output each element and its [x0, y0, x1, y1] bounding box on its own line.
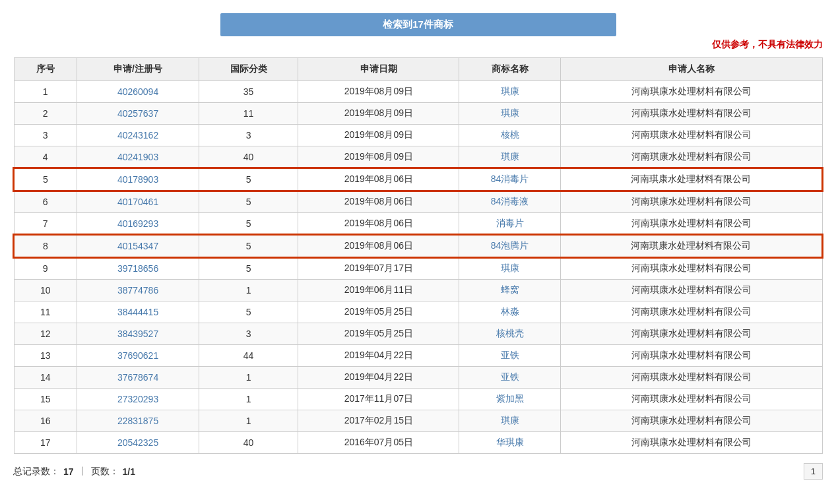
cell-applicant: 河南琪康水处理材料有限公司: [560, 323, 822, 345]
cell-trademark[interactable]: 琪康: [459, 410, 560, 432]
cell-reg-no[interactable]: 27320293: [77, 389, 199, 410]
col-reg-no: 申请/注册号: [77, 58, 199, 81]
total-label: 总记录数：: [13, 466, 59, 478]
cell-apply-date: 2019年05月25日: [298, 301, 459, 323]
cell-reg-no[interactable]: 39718656: [77, 257, 199, 280]
cell-applicant: 河南琪康水处理材料有限公司: [560, 213, 822, 236]
cell-trademark[interactable]: 琪康: [459, 103, 560, 125]
table-row: 143767867412019年04月22日亚铁河南琪康水处理材料有限公司: [14, 367, 822, 389]
cell-apply-date: 2016年07月05日: [298, 432, 459, 454]
cell-index: 8: [14, 235, 77, 257]
cell-applicant: 河南琪康水处理材料有限公司: [560, 235, 822, 257]
cell-apply-date: 2019年05月25日: [298, 323, 459, 345]
cell-reg-no[interactable]: 37678674: [77, 367, 199, 389]
cell-index: 12: [14, 323, 77, 345]
cell-intl-class: 5: [199, 213, 298, 236]
table-row: 440241903402019年08月09日琪康河南琪康水处理材料有限公司: [14, 146, 822, 169]
cell-intl-class: 40: [199, 432, 298, 454]
cell-applicant: 河南琪康水处理材料有限公司: [560, 125, 822, 146]
table-row: 162283187512017年02月15日琪康河南琪康水处理材料有限公司: [14, 410, 822, 432]
cell-applicant: 河南琪康水处理材料有限公司: [560, 389, 822, 410]
cell-index: 13: [14, 345, 77, 367]
cell-intl-class: 1: [199, 280, 298, 301]
cell-applicant: 河南琪康水处理材料有限公司: [560, 257, 822, 280]
cell-reg-no[interactable]: 40178903: [77, 168, 199, 191]
cell-trademark[interactable]: 核桃: [459, 125, 560, 146]
cell-intl-class: 35: [199, 81, 298, 103]
cell-apply-date: 2019年06月11日: [298, 280, 459, 301]
cell-reg-no[interactable]: 38774786: [77, 280, 199, 301]
table-row: 1720542325402016年07月05日华琪康河南琪康水处理材料有限公司: [14, 432, 822, 454]
col-intl-class: 国际分类: [199, 58, 298, 81]
cell-intl-class: 5: [199, 168, 298, 191]
cell-trademark[interactable]: 华琪康: [459, 432, 560, 454]
footer-sep: 丨: [78, 466, 87, 478]
pages-value: 1/1: [123, 466, 135, 477]
cell-index: 10: [14, 280, 77, 301]
cell-apply-date: 2019年08月09日: [298, 125, 459, 146]
table-row: 74016929352019年08月06日消毒片河南琪康水处理材料有限公司: [14, 213, 822, 236]
pagination[interactable]: 1: [804, 463, 823, 480]
col-trademark: 商标名称: [459, 58, 560, 81]
cell-applicant: 河南琪康水处理材料有限公司: [560, 432, 822, 454]
cell-trademark[interactable]: 蜂窝: [459, 280, 560, 301]
cell-applicant: 河南琪康水处理材料有限公司: [560, 81, 822, 103]
cell-apply-date: 2019年08月06日: [298, 191, 459, 213]
cell-applicant: 河南琪康水处理材料有限公司: [560, 168, 822, 191]
cell-reg-no[interactable]: 40257637: [77, 103, 199, 125]
cell-reg-no[interactable]: 40154347: [77, 235, 199, 257]
cell-trademark[interactable]: 琪康: [459, 81, 560, 103]
table-row: 140260094352019年08月09日琪康河南琪康水处理材料有限公司: [14, 81, 822, 103]
cell-intl-class: 3: [199, 323, 298, 345]
page-1-button[interactable]: 1: [804, 463, 823, 480]
table-row: 123843952732019年05月25日核桃壳河南琪康水处理材料有限公司: [14, 323, 822, 345]
cell-apply-date: 2019年04月22日: [298, 367, 459, 389]
cell-applicant: 河南琪康水处理材料有限公司: [560, 410, 822, 432]
header-section: 检索到17件商标: [13, 13, 823, 36]
cell-reg-no[interactable]: 38444415: [77, 301, 199, 323]
cell-trademark[interactable]: 亚铁: [459, 367, 560, 389]
cell-reg-no[interactable]: 38439527: [77, 323, 199, 345]
cell-reg-no[interactable]: 40243162: [77, 125, 199, 146]
cell-trademark[interactable]: 消毒片: [459, 213, 560, 236]
cell-applicant: 河南琪康水处理材料有限公司: [560, 280, 822, 301]
trademark-table: 序号 申请/注册号 国际分类 申请日期 商标名称 申请人名称 140260094…: [13, 57, 823, 454]
cell-trademark[interactable]: 琪康: [459, 257, 560, 280]
cell-trademark[interactable]: 紫加黑: [459, 389, 560, 410]
cell-trademark[interactable]: 琪康: [459, 146, 560, 169]
cell-index: 17: [14, 432, 77, 454]
table-row: 54017890352019年08月06日84消毒片河南琪康水处理材料有限公司: [14, 168, 822, 191]
cell-trademark[interactable]: 84消毒液: [459, 191, 560, 213]
cell-index: 1: [14, 81, 77, 103]
cell-reg-no[interactable]: 40260094: [77, 81, 199, 103]
cell-apply-date: 2019年08月09日: [298, 146, 459, 169]
table-row: 34024316232019年08月09日核桃河南琪康水处理材料有限公司: [14, 125, 822, 146]
col-index: 序号: [14, 58, 77, 81]
col-applicant: 申请人名称: [560, 58, 822, 81]
cell-trademark[interactable]: 亚铁: [459, 345, 560, 367]
cell-reg-no[interactable]: 22831875: [77, 410, 199, 432]
cell-reg-no[interactable]: 37690621: [77, 345, 199, 367]
table-row: 240257637112019年08月09日琪康河南琪康水处理材料有限公司: [14, 103, 822, 125]
table-row: 1337690621442019年04月22日亚铁河南琪康水处理材料有限公司: [14, 345, 822, 367]
cell-reg-no[interactable]: 20542325: [77, 432, 199, 454]
cell-apply-date: 2019年08月06日: [298, 213, 459, 236]
result-header: 检索到17件商标: [220, 13, 616, 36]
cell-trademark[interactable]: 84消毒片: [459, 168, 560, 191]
cell-reg-no[interactable]: 40170461: [77, 191, 199, 213]
cell-trademark[interactable]: 林淼: [459, 301, 560, 323]
footer: 总记录数： 17 丨 页数： 1/1 1: [13, 463, 823, 480]
cell-trademark[interactable]: 核桃壳: [459, 323, 560, 345]
cell-applicant: 河南琪康水处理材料有限公司: [560, 301, 822, 323]
top-row: 仅供参考，不具有法律效力: [13, 39, 823, 51]
cell-trademark[interactable]: 84泡腾片: [459, 235, 560, 257]
cell-index: 7: [14, 213, 77, 236]
cell-reg-no[interactable]: 40241903: [77, 146, 199, 169]
pages-label: 页数：: [91, 466, 119, 478]
table-row: 93971865652019年07月17日琪康河南琪康水处理材料有限公司: [14, 257, 822, 280]
cell-applicant: 河南琪康水处理材料有限公司: [560, 345, 822, 367]
cell-reg-no[interactable]: 40169293: [77, 213, 199, 236]
cell-intl-class: 5: [199, 257, 298, 280]
cell-applicant: 河南琪康水处理材料有限公司: [560, 191, 822, 213]
disclaimer-text: 仅供参考，不具有法律效力: [712, 39, 823, 51]
